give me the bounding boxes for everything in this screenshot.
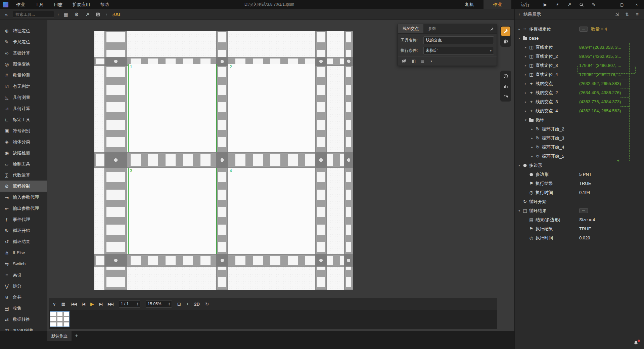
pin-icon[interactable]	[487, 24, 497, 33]
chevron-right-icon[interactable]: ▸	[523, 73, 528, 76]
tab-camera[interactable]: 相机	[456, 0, 484, 9]
chevron-right-icon[interactable]: ▸	[517, 28, 522, 31]
export-results-icon[interactable]: ⇲	[613, 12, 621, 17]
save-icon[interactable]	[94, 10, 102, 18]
menu-log[interactable]: 日志	[49, 0, 67, 9]
result-list-icon[interactable]: ≣	[421, 59, 424, 64]
tab-line-intersection[interactable]: 线的交点	[398, 24, 423, 33]
job-tab-default[interactable]: 默认作业	[47, 331, 72, 341]
tree-row-loop-start[interactable]: ↻循环开始	[515, 197, 644, 206]
window-maximize-button[interactable]: ▢	[614, 0, 629, 9]
sidebar-item-image-transform[interactable]: ◎图像变换	[0, 59, 47, 70]
sidebar-item-input-param-proxy[interactable]: ⇥输入参数代理	[0, 192, 47, 203]
sidebar-item-merge[interactable]: ⊎合并	[0, 292, 47, 303]
sidebar-item-basic-calc[interactable]: ∞基础计算	[0, 47, 47, 59]
tree-row-loop-start[interactable]: ▸↻循环开始_3	[515, 133, 644, 143]
search-input[interactable]	[13, 11, 54, 18]
sidebar-item-object-classify[interactable]: ◈物体分类	[0, 136, 47, 147]
info-icon[interactable]	[501, 71, 510, 81]
tool-name-input[interactable]	[423, 36, 494, 44]
sidebar-item-feature-locate[interactable]: ⊕特征定位	[0, 25, 47, 36]
add-job-tab-button[interactable]: +	[72, 331, 81, 341]
tree-row-polygon-item[interactable]: 多边形5 PNT	[515, 170, 644, 179]
zoom-spinner[interactable]: 15.05% ▴▾	[146, 300, 172, 308]
center-crosshair-icon[interactable]: +	[186, 302, 189, 307]
sidebar-item-collect[interactable]: ▤收集	[0, 303, 47, 314]
chevron-right-icon[interactable]: ▸	[530, 127, 535, 131]
detection-region[interactable]: 2	[228, 64, 315, 152]
inspection-image[interactable]: 1 2 3 4	[94, 31, 353, 290]
sidebar-item-loop-start[interactable]: ↻循环开始	[0, 225, 47, 236]
chevron-down-icon[interactable]: ▾	[517, 209, 522, 212]
chevron-right-icon[interactable]: ▸	[523, 46, 528, 49]
tree-row-exec-time[interactable]: ◴执行时间0.020	[515, 233, 644, 242]
sidebar-item-index[interactable]: ≡索引	[0, 269, 47, 280]
run-button-icon[interactable]: ▶	[539, 0, 551, 9]
detection-region[interactable]: 3	[128, 168, 217, 254]
collapse-playbar-icon[interactable]: ∨	[53, 302, 56, 307]
sidebar-item-geometry-calc[interactable]: ⊿几何计算	[0, 103, 47, 114]
export-icon[interactable]: ↗	[83, 10, 92, 18]
chevron-down-icon[interactable]: ▾	[517, 164, 522, 167]
skip-last-icon[interactable]: ▶▶|	[108, 302, 113, 306]
chevron-right-icon[interactable]: ▸	[530, 146, 535, 149]
sidebar-item-output-param-proxy[interactable]: ⇤输出参数代理	[0, 203, 47, 214]
sidebar-item-split[interactable]: ⋁拆分	[0, 280, 47, 292]
results-menu-icon[interactable]: ≡	[633, 12, 641, 17]
view-mode-2d-button[interactable]: 2D	[194, 302, 200, 307]
tree-row-line-locate[interactable]: ▸◫直线定位89.94° (2633.353, 3...	[515, 43, 644, 52]
window-close-button[interactable]: ×	[629, 0, 644, 9]
chevron-right-icon[interactable]: ▸	[523, 82, 528, 85]
menu-job[interactable]: 作业	[11, 0, 30, 9]
tree-row-polygon[interactable]: ▾多边形	[515, 161, 644, 170]
sidebar-item-count-detect[interactable]: #数量检测	[0, 70, 47, 81]
tab-job[interactable]: 作业	[484, 0, 511, 9]
drag-handle-icon[interactable]: ⋮	[517, 12, 521, 17]
sidebar-item-presence-check[interactable]: ☑有无判定	[0, 81, 47, 92]
tree-row-line-intersection[interactable]: ▸+线的交点_4(4362.184, 2654.563)	[515, 106, 644, 115]
tree-row-multi-template-locate[interactable]: ▸∷多模板定位⋯数量 = 4	[515, 25, 644, 34]
annotate-icon[interactable]: ✎	[588, 0, 600, 9]
search-icon[interactable]	[576, 0, 588, 9]
sidebar-item-data-convert[interactable]: ⇄数据转换	[0, 314, 47, 325]
row-more-button[interactable]: ⋯	[579, 27, 588, 32]
tree-row-exec-time[interactable]: ◴执行时间0.194	[515, 188, 644, 197]
tree-row-result-list[interactable]: ▤结果(多边形)Size = 4	[515, 215, 644, 224]
sidebar-item-calibration-tool[interactable]: ∟标定工具	[0, 114, 47, 125]
ai-logo[interactable]: ∂AI	[112, 11, 121, 17]
chevron-right-icon[interactable]: ▸	[530, 155, 535, 158]
tree-row-line-intersection[interactable]: ▸+线的交点_2(2634.406, 4386.276)	[515, 88, 644, 97]
sidebar-item-if-else[interactable]: ⋔If-Else	[0, 247, 47, 258]
sidebar-item-caliper-locate[interactable]: ✎卡尺定位	[0, 36, 47, 47]
chevron-right-icon[interactable]: ▸	[530, 137, 535, 140]
menu-tools[interactable]: 工具	[30, 0, 49, 9]
chevron-right-icon[interactable]: ▸	[523, 64, 528, 67]
sidebar-item-event-proxy[interactable]: ƒ事件代理	[0, 214, 47, 225]
fit-view-icon[interactable]: ⊡	[177, 302, 181, 307]
notification-bell-icon[interactable]	[633, 340, 639, 346]
collapse-sidebar-icon[interactable]: «	[2, 10, 11, 18]
tree-row-line-locate[interactable]: ▸◫直线定位_4179.96° (3484.178, ...	[515, 70, 644, 79]
chevron-right-icon[interactable]: ▸	[523, 109, 528, 113]
spin-down-icon[interactable]: ▾	[137, 304, 138, 306]
tree-row-line-locate[interactable]: ▸◫直线定位_3179.94° (3496.807, ...	[515, 61, 644, 70]
menu-help[interactable]: 帮助	[95, 0, 114, 9]
tree-row-line-locate[interactable]: ▸◫直线定位_289.95° (4362.915, 3...	[515, 52, 644, 61]
histogram-icon[interactable]	[501, 81, 510, 91]
menu-extensions[interactable]: 扩展应用	[67, 0, 95, 9]
tree-row-loop-start[interactable]: ▸↻循环开始_2	[515, 124, 644, 133]
sidebar-item-convert-2d3d[interactable]: ◫2D/3D转换	[0, 325, 47, 331]
image-source-icon[interactable]: ▦	[61, 10, 70, 18]
tab-run[interactable]: 运行	[511, 0, 539, 9]
sidebar-item-symbol-recognition[interactable]: ▣符号识别	[0, 125, 47, 136]
chevron-right-icon[interactable]: ▸	[523, 100, 528, 104]
tree-row-loop-start[interactable]: ▸↻循环开始_4	[515, 143, 644, 152]
tree-row-folder[interactable]: ▾base	[515, 34, 644, 43]
tree-row-folder[interactable]: ▾循环	[515, 115, 644, 124]
sidebar-item-flow-control[interactable]: ⚙流程控制	[0, 181, 47, 192]
tab-parameters[interactable]: 参数	[423, 24, 441, 33]
loop-playback-icon[interactable]: ↻	[205, 302, 209, 307]
skip-first-icon[interactable]: |◀◀	[71, 302, 77, 306]
tool-config-wrench-icon[interactable]	[501, 27, 510, 36]
tree-row-loop-result[interactable]: ▾◰循环结果⋯	[515, 206, 644, 215]
